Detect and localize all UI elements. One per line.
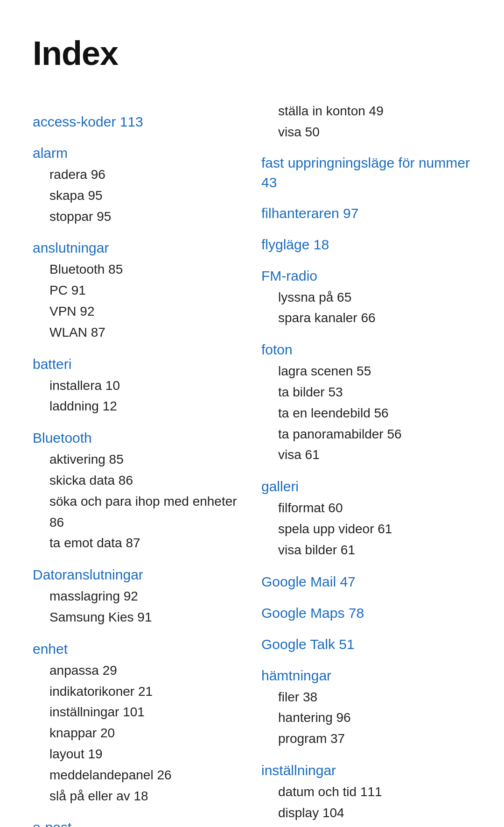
- index-heading: FM-radio: [261, 265, 471, 286]
- index-entry: hämtningarfiler 38hantering 96program 37: [261, 665, 471, 749]
- index-subitem: skapa 95: [49, 185, 243, 206]
- index-subitem: WLAN 87: [49, 322, 243, 343]
- index-subitem: PC 91: [49, 280, 243, 301]
- index-subitem: Samsung Kies 91: [49, 607, 243, 628]
- index-subitem: display 104: [278, 803, 471, 824]
- index-subitem: layout 19: [49, 744, 243, 765]
- index-entry: flygläge 18: [261, 234, 471, 255]
- index-subitem: knappar 20: [49, 723, 243, 744]
- index-subitem: hantering 96: [278, 707, 471, 728]
- index-subitem: indikatorikoner 21: [49, 681, 243, 702]
- index-entry: Google Mail 47: [261, 571, 471, 592]
- index-entry: access-koder 113: [33, 111, 243, 132]
- index-entry: enhetanpassa 29indikatorikoner 21inställ…: [33, 638, 243, 807]
- index-heading: e-post: [33, 817, 243, 827]
- index-heading: Google Mail 47: [261, 571, 471, 592]
- index-heading: fast uppringningsläge för nummer 43: [261, 153, 471, 192]
- index-heading: galleri: [261, 476, 471, 497]
- index-heading: inställningar: [261, 760, 471, 781]
- index-subitem: slå på eller av 18: [49, 786, 243, 807]
- left-column: access-koder 113alarmradera 96skapa 95st…: [33, 101, 261, 827]
- index-subitem: installera 10: [49, 375, 243, 396]
- index-heading: hämtningar: [261, 665, 471, 686]
- index-subitem: ta emot data 87: [49, 533, 243, 554]
- index-subitem: stoppar 95: [49, 206, 243, 227]
- index-subitem: program 37: [278, 728, 471, 749]
- index-subitem: lyssna på 65: [278, 287, 471, 308]
- index-entry: FM-radiolyssna på 65spara kanaler 66: [261, 265, 471, 329]
- index-heading: enhet: [33, 638, 243, 659]
- index-heading: alarm: [33, 142, 243, 163]
- index-subitem: radera 96: [49, 164, 243, 185]
- index-subitem: Bluetooth 85: [49, 259, 243, 280]
- index-subitem: ta panoramabilder 56: [278, 424, 471, 445]
- index-heading: Google Talk 51: [261, 634, 471, 655]
- index-subitem: filformat 60: [278, 498, 471, 519]
- index-subitem: visa 61: [278, 445, 471, 466]
- index-heading: filhanteraren 97: [261, 203, 471, 224]
- index-entry: fast uppringningsläge för nummer 43: [261, 153, 471, 192]
- index-subitem: aktivering 85: [49, 449, 243, 470]
- index-subitem: visa 50: [278, 122, 471, 143]
- index-subitem: ta en leendebild 56: [278, 403, 471, 424]
- index-entry: anslutningarBluetooth 85PC 91VPN 92WLAN …: [33, 237, 243, 343]
- index-subitem: spela upp videor 61: [278, 519, 471, 540]
- index-heading: flygläge 18: [261, 234, 471, 255]
- index-subitem: lagra scenen 55: [278, 361, 471, 382]
- index-subitem: filer 38: [278, 687, 471, 708]
- index-entry: batteriinstallera 10laddning 12: [33, 353, 243, 417]
- index-subitem: spara kanaler 66: [278, 308, 471, 329]
- index-entry: alarmradera 96skapa 95stoppar 95: [33, 142, 243, 227]
- index-entry: filhanteraren 97: [261, 203, 471, 224]
- index-subitem: datum och tid 111: [278, 782, 471, 803]
- index-subitem: inställningar 101: [49, 702, 243, 723]
- index-subitem: ta bilder 53: [278, 382, 471, 403]
- index-entry: Bluetoothaktivering 85skicka data 86söka…: [33, 427, 243, 554]
- index-entry: inställningardatum och tid 111display 10…: [261, 760, 471, 827]
- index-heading: access-koder 113: [33, 111, 243, 132]
- index-subitem: VPN 92: [49, 301, 243, 322]
- index-subitem: anpassa 29: [49, 660, 243, 681]
- index-subitem: masslagring 92: [49, 586, 243, 607]
- index-subitem: visa bilder 61: [278, 540, 471, 561]
- index-heading: Datoranslutningar: [33, 564, 243, 585]
- index-heading: anslutningar: [33, 237, 243, 258]
- index-heading: Bluetooth: [33, 427, 243, 448]
- index-entry: e-postskickar 50: [33, 817, 243, 827]
- page-title: Index: [33, 28, 471, 78]
- index-entry: fotonlagra scenen 55ta bilder 53ta en le…: [261, 339, 471, 466]
- index-entry: Google Talk 51: [261, 634, 471, 655]
- index-subitem: laddning 12: [49, 396, 243, 417]
- index-subitem: söka och para ihop med enheter 86: [49, 491, 243, 533]
- index-subitem: ställa in konton 49: [278, 101, 471, 122]
- index-heading: batteri: [33, 353, 243, 375]
- index-heading: Google Maps 78: [261, 602, 471, 623]
- index-subitem: skicka data 86: [49, 470, 243, 491]
- index-entry: Datoranslutningarmasslagring 92Samsung K…: [33, 564, 243, 628]
- index-subitem: meddelandepanel 26: [49, 765, 243, 786]
- index-entry: ställa in konton 49visa 50: [261, 101, 471, 143]
- index-entry: Google Maps 78: [261, 602, 471, 623]
- right-column: ställa in konton 49visa 50fast uppringni…: [261, 101, 471, 827]
- index-subitem: konton och synkning 107: [278, 824, 471, 827]
- index-entry: gallerifilformat 60spela upp videor 61vi…: [261, 476, 471, 560]
- index-heading: foton: [261, 339, 471, 360]
